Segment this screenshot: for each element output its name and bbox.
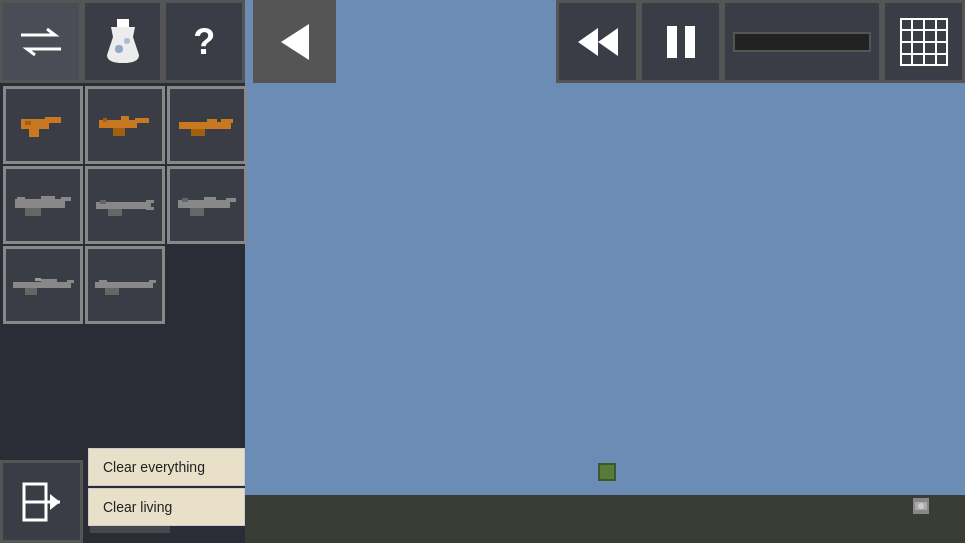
clear-everything-button[interactable]: Clear everything <box>88 448 245 486</box>
swap-button[interactable] <box>0 0 82 83</box>
rewind-icon <box>574 24 622 60</box>
svg-rect-12 <box>179 122 231 129</box>
potion-button[interactable] <box>82 0 164 83</box>
machine-gun-icon <box>13 190 73 220</box>
svg-point-2 <box>124 38 130 44</box>
svg-rect-37 <box>149 280 156 283</box>
weapon-cell-assault-rifle[interactable] <box>167 166 247 244</box>
exit-button[interactable] <box>0 460 83 543</box>
grid-icon <box>900 18 948 66</box>
svg-marker-41 <box>578 28 598 56</box>
svg-rect-23 <box>146 207 154 210</box>
swap-icon <box>19 25 63 59</box>
progress-bar-container <box>722 0 882 83</box>
help-button[interactable]: ? <box>163 0 245 83</box>
svg-rect-44 <box>685 26 695 58</box>
svg-point-53 <box>918 503 924 509</box>
svg-rect-4 <box>45 117 61 123</box>
smg-icon <box>97 110 153 140</box>
game-entity <box>598 463 616 481</box>
svg-rect-15 <box>207 119 217 123</box>
svg-marker-40 <box>281 24 309 60</box>
potion-icon <box>105 19 141 65</box>
svg-rect-6 <box>25 121 31 125</box>
svg-rect-28 <box>190 208 204 216</box>
svg-rect-33 <box>25 288 37 295</box>
exit-icon <box>18 480 66 524</box>
svg-rect-22 <box>146 200 154 203</box>
svg-rect-39 <box>99 280 107 284</box>
weapon-cell-smg[interactable] <box>85 86 165 164</box>
svg-rect-24 <box>108 209 122 216</box>
right-ground-entity <box>913 498 929 514</box>
svg-rect-14 <box>191 129 205 136</box>
rifle-icon <box>177 112 237 138</box>
svg-rect-32 <box>67 280 74 283</box>
svg-rect-9 <box>113 128 125 136</box>
weapon-cell-machine-gun[interactable] <box>3 166 83 244</box>
sniper-icon <box>11 273 76 297</box>
svg-rect-27 <box>226 198 236 202</box>
svg-rect-35 <box>35 278 41 281</box>
toolbar: ? <box>0 0 245 83</box>
svg-rect-0 <box>117 19 129 27</box>
svg-point-1 <box>115 45 123 53</box>
svg-rect-29 <box>204 197 216 201</box>
pause-button[interactable] <box>639 0 722 83</box>
context-menu: Clear everything Clear living <box>88 448 245 526</box>
weapon-cell-lmg[interactable] <box>85 246 165 324</box>
progress-bar <box>733 32 871 52</box>
svg-rect-20 <box>41 196 55 200</box>
question-icon: ? <box>193 21 215 63</box>
svg-rect-25 <box>100 200 106 204</box>
svg-rect-18 <box>25 208 41 216</box>
clear-living-button[interactable]: Clear living <box>88 488 245 526</box>
svg-marker-42 <box>598 28 618 56</box>
svg-rect-5 <box>29 129 39 137</box>
weapon-cell-shotgun[interactable] <box>85 166 165 244</box>
weapon-cell-sniper[interactable] <box>3 246 83 324</box>
top-controls <box>556 0 882 83</box>
ground <box>245 495 965 543</box>
svg-rect-19 <box>17 197 25 201</box>
back-icon <box>273 20 317 64</box>
svg-rect-30 <box>182 198 188 202</box>
svg-rect-10 <box>103 118 107 122</box>
svg-rect-13 <box>221 119 233 123</box>
pause-icon <box>663 22 699 62</box>
svg-rect-38 <box>105 288 119 295</box>
svg-rect-43 <box>667 26 677 58</box>
shotgun-icon <box>94 192 156 218</box>
pistol-icon <box>17 111 69 139</box>
svg-rect-17 <box>61 197 71 201</box>
weapon-cell-pistol[interactable] <box>3 86 83 164</box>
assault-rifle-icon <box>176 190 238 220</box>
grid-toggle-button[interactable] <box>882 0 965 83</box>
svg-rect-8 <box>135 118 149 123</box>
svg-marker-56 <box>50 494 60 510</box>
weapon-cell-rifle[interactable] <box>167 86 247 164</box>
lmg-icon <box>93 273 158 297</box>
svg-rect-11 <box>121 116 129 120</box>
right-entity-icon <box>913 498 929 514</box>
rewind-button[interactable] <box>556 0 639 83</box>
svg-rect-34 <box>41 279 57 283</box>
back-button[interactable] <box>253 0 336 83</box>
weapon-grid <box>0 83 245 327</box>
